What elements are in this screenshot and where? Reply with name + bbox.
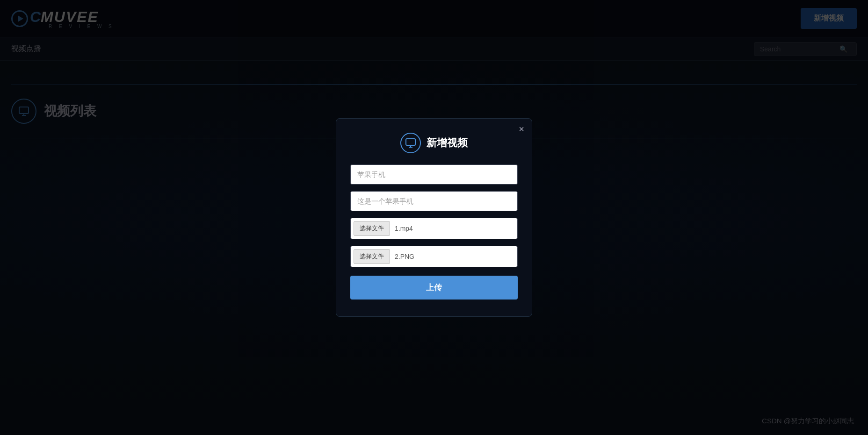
video-file-name: 1.mp4 [395, 225, 413, 232]
upload-button[interactable]: 上传 [350, 276, 518, 300]
modal-form: 选择文件 1.mp4 选择文件 2.PNG 上传 [350, 164, 518, 300]
modal-monitor-icon [405, 137, 416, 149]
modal-monitor-icon-circle [400, 133, 421, 153]
video-desc-input[interactable] [350, 191, 518, 211]
choose-image-file-button[interactable]: 选择文件 [354, 249, 390, 264]
image-file-name: 2.PNG [395, 253, 414, 260]
modal-title: 新增视频 [427, 136, 468, 150]
image-file-row: 选择文件 2.PNG [350, 246, 518, 267]
choose-video-file-button[interactable]: 选择文件 [354, 221, 390, 236]
video-file-row: 选择文件 1.mp4 [350, 218, 518, 239]
svg-rect-3 [406, 139, 415, 145]
modal-header: 新增视频 [350, 133, 518, 153]
modal-overlay: × 新增视频 选择文件 1.mp4 选择文件 2.PNG 上传 [0, 0, 868, 435]
video-name-input[interactable] [350, 164, 518, 185]
modal: × 新增视频 选择文件 1.mp4 选择文件 2.PNG 上传 [336, 118, 532, 317]
modal-close-button[interactable]: × [519, 124, 524, 134]
